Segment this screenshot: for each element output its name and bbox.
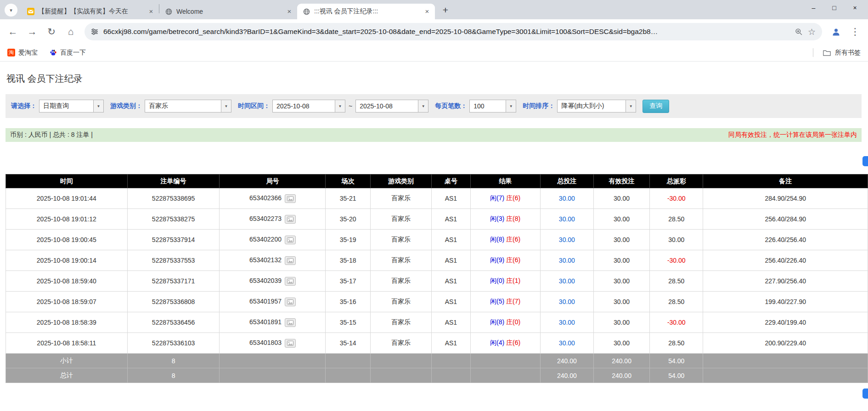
floating-button-fragment[interactable] bbox=[862, 156, 868, 166]
cell-round-no: 653402039 bbox=[220, 271, 326, 292]
chevron-down-icon[interactable]: ▼ bbox=[506, 100, 516, 112]
tab-title: :::视讯 会员下注纪录::: bbox=[314, 7, 419, 16]
bet-record-row: 2025-10-08 18:59:07522875336808653401957… bbox=[6, 292, 868, 312]
bet-records-table: 时间注单编号局号场次游戏类别桌号结果总投注有效投注总派彩备注 2025-10-0… bbox=[6, 174, 868, 383]
round-detail-icon[interactable] bbox=[285, 194, 296, 203]
cell-game-type: 百家乐 bbox=[370, 250, 431, 271]
cell-bet-id: 522875336808 bbox=[127, 292, 220, 312]
round-detail-icon[interactable] bbox=[285, 298, 296, 306]
browser-toolbar: ← → ↻ ⌂ 66cxkj98.com/game/betrecord_sear… bbox=[0, 19, 868, 44]
home-icon[interactable]: ⌂ bbox=[62, 23, 80, 41]
tab-close-icon[interactable]: × bbox=[285, 7, 293, 16]
cell-total-bet[interactable]: 30.00 bbox=[540, 312, 593, 333]
round-detail-icon[interactable] bbox=[285, 256, 296, 265]
forward-icon[interactable]: → bbox=[23, 23, 41, 41]
cell-game-type: 百家乐 bbox=[370, 188, 431, 209]
chevron-down-icon[interactable]: ▼ bbox=[335, 100, 345, 112]
cell-time: 2025-10-08 19:00:14 bbox=[6, 250, 128, 271]
cell-total-bet[interactable]: 30.00 bbox=[540, 188, 593, 209]
site-settings-icon[interactable] bbox=[91, 28, 98, 35]
browser-tab-active[interactable]: :::视讯 会员下注纪录::: × bbox=[297, 4, 435, 19]
cell-session: 35-19 bbox=[326, 230, 371, 250]
cell-round-no: 653402132 bbox=[220, 250, 326, 271]
bookmark-taobao[interactable]: 淘 爱淘宝 bbox=[7, 49, 38, 57]
cell-round-no: 653402200 bbox=[220, 230, 326, 250]
round-detail-icon[interactable] bbox=[285, 318, 296, 327]
bookmark-star-icon[interactable]: ☆ bbox=[808, 27, 816, 37]
total-cell-6 bbox=[470, 368, 540, 383]
column-header: 时间 bbox=[6, 175, 128, 188]
refresh-icon[interactable]: ↻ bbox=[42, 23, 61, 41]
date-start-input[interactable]: 2025-10-08 ▼ bbox=[272, 100, 345, 113]
cell-note: 256.40/226.40 bbox=[703, 250, 868, 271]
tab-close-icon[interactable]: × bbox=[147, 7, 155, 16]
round-detail-icon[interactable] bbox=[285, 277, 296, 286]
cell-total-bet[interactable]: 30.00 bbox=[540, 209, 593, 230]
cell-table-no: AS1 bbox=[432, 230, 470, 250]
cell-valid-bet: 30.00 bbox=[594, 188, 650, 209]
menu-kebab-icon[interactable]: ⋮ bbox=[846, 23, 864, 41]
back-icon[interactable]: ← bbox=[4, 23, 22, 41]
round-detail-icon[interactable] bbox=[285, 339, 296, 348]
round-detail-icon[interactable] bbox=[285, 215, 296, 224]
all-bookmarks[interactable]: 所有书签 bbox=[813, 48, 861, 57]
cell-result: 闲(3) 庄(8) bbox=[470, 209, 540, 230]
cell-time: 2025-10-08 19:00:45 bbox=[6, 230, 128, 250]
cell-total-bet[interactable]: 30.00 bbox=[540, 333, 593, 354]
zoom-icon[interactable] bbox=[795, 28, 803, 36]
cell-round-no: 653402273 bbox=[220, 209, 326, 230]
cell-session: 35-16 bbox=[326, 292, 371, 312]
round-number: 653401803 bbox=[249, 339, 282, 346]
tab-strip: ▾ 【新提醒】【实战有奖】今天在 × Welcome × :::视讯 会员下注纪… bbox=[0, 0, 868, 19]
bookmark-label: 百度一下 bbox=[60, 49, 86, 57]
cell-round-no: 653401803 bbox=[220, 333, 326, 354]
banker-result: 庄(6) bbox=[506, 339, 520, 346]
cell-bet-id: 522875336103 bbox=[127, 333, 220, 354]
minimize-button[interactable]: – bbox=[803, 0, 824, 15]
search-button[interactable]: 查询 bbox=[643, 100, 669, 113]
column-header: 游戏类别 bbox=[370, 175, 431, 188]
browser-tab-2[interactable]: Welcome × bbox=[159, 4, 297, 19]
query-type-select[interactable]: 日期查询 ▼ bbox=[39, 100, 104, 113]
chevron-down-icon[interactable]: ▼ bbox=[626, 100, 636, 112]
cell-total-bet[interactable]: 30.00 bbox=[540, 292, 593, 312]
subtotal-cell-2 bbox=[220, 354, 326, 368]
chevron-down-icon[interactable]: ▼ bbox=[93, 100, 103, 112]
round-number: 653402200 bbox=[249, 236, 282, 243]
close-button[interactable]: × bbox=[845, 0, 865, 15]
address-bar[interactable]: 66cxkj98.com/game/betrecord_search/kind3… bbox=[85, 23, 822, 40]
cell-session: 35-20 bbox=[326, 209, 371, 230]
total-row: 总计8240.00240.0054.00 bbox=[6, 368, 868, 383]
cell-game-type: 百家乐 bbox=[370, 292, 431, 312]
new-tab-button[interactable]: + bbox=[439, 3, 452, 17]
url-text[interactable]: 66cxkj98.com/game/betrecord_search/kind3… bbox=[103, 28, 790, 36]
total-cell-3 bbox=[326, 368, 371, 383]
profile-icon[interactable] bbox=[827, 23, 845, 41]
query-type-label: 请选择： bbox=[11, 102, 37, 110]
column-header: 结果 bbox=[470, 175, 540, 188]
cell-total-bet[interactable]: 30.00 bbox=[540, 250, 593, 271]
table-header-row: 时间注单编号局号场次游戏类别桌号结果总投注有效投注总派彩备注 bbox=[6, 175, 868, 188]
bookmark-baidu[interactable]: 百度一下 bbox=[50, 49, 86, 57]
sort-order-select[interactable]: 降幂(由大到小) ▼ bbox=[557, 100, 636, 113]
browser-tab-1[interactable]: 【新提醒】【实战有奖】今天在 × bbox=[21, 4, 159, 19]
date-end-input[interactable]: 2025-10-08 ▼ bbox=[355, 100, 428, 113]
round-detail-icon[interactable] bbox=[285, 236, 296, 244]
round-number: 653402366 bbox=[249, 194, 282, 202]
column-header: 局号 bbox=[220, 175, 326, 188]
chevron-down-icon[interactable]: ▾ bbox=[5, 4, 17, 17]
tab-close-icon[interactable]: × bbox=[423, 7, 431, 16]
bookmark-label: 爱淘宝 bbox=[18, 49, 38, 57]
floating-button-fragment[interactable] bbox=[862, 388, 868, 399]
bet-record-row: 2025-10-08 19:01:12522875338275653402273… bbox=[6, 209, 868, 230]
cell-total-bet[interactable]: 30.00 bbox=[540, 230, 593, 250]
subtotal-cell-4 bbox=[370, 354, 431, 368]
page-size-select[interactable]: 100 ▼ bbox=[469, 100, 516, 113]
chevron-down-icon[interactable]: ▼ bbox=[221, 100, 231, 112]
chevron-down-icon[interactable]: ▼ bbox=[418, 100, 428, 112]
maximize-button[interactable]: □ bbox=[824, 0, 845, 15]
game-type-select[interactable]: 百家乐 ▼ bbox=[145, 100, 231, 113]
cell-game-type: 百家乐 bbox=[370, 271, 431, 292]
column-header: 总派彩 bbox=[650, 175, 703, 188]
cell-total-bet[interactable]: 30.00 bbox=[540, 271, 593, 292]
